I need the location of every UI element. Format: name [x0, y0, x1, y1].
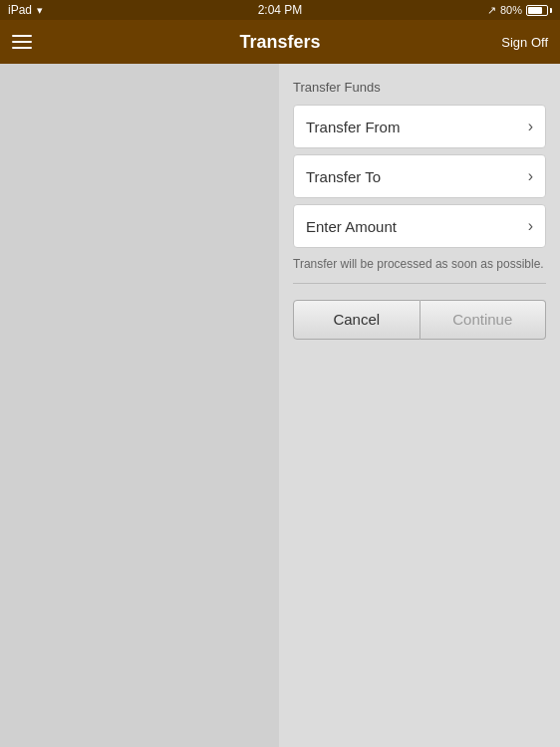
sidebar-panel: [0, 64, 279, 747]
enter-amount-field[interactable]: Enter Amount ›: [293, 204, 546, 248]
battery-percent: 80%: [500, 4, 522, 16]
transfer-from-label: Transfer From: [306, 119, 400, 135]
battery-cap: [550, 8, 552, 13]
right-panel: Transfer Funds Transfer From › Transfer …: [279, 64, 560, 747]
hamburger-menu-icon[interactable]: [12, 35, 32, 49]
button-row: Cancel Continue: [293, 300, 546, 340]
enter-amount-chevron-icon: ›: [528, 217, 533, 235]
nav-title: Transfers: [239, 32, 320, 53]
status-left: iPad ▾: [8, 3, 43, 17]
location-icon: ↗: [487, 4, 496, 17]
battery-body: [526, 5, 548, 16]
battery-indicator: [526, 5, 552, 16]
transfer-to-chevron-icon: ›: [528, 167, 533, 185]
continue-button[interactable]: Continue: [420, 300, 547, 340]
status-bar: iPad ▾ 2:04 PM ↗ 80%: [0, 0, 560, 20]
enter-amount-label: Enter Amount: [306, 218, 397, 235]
status-right: ↗ 80%: [487, 4, 552, 17]
battery-fill: [528, 7, 542, 14]
carrier-label: iPad: [8, 3, 32, 17]
nav-bar: Transfers Sign Off: [0, 20, 560, 64]
transfer-to-label: Transfer To: [306, 168, 381, 185]
transfer-from-chevron-icon: ›: [528, 118, 533, 135]
cancel-button[interactable]: Cancel: [293, 300, 420, 340]
transfer-from-field[interactable]: Transfer From ›: [293, 105, 546, 148]
sign-off-button[interactable]: Sign Off: [501, 35, 548, 50]
section-title: Transfer Funds: [293, 80, 546, 95]
main-content: Transfer Funds Transfer From › Transfer …: [0, 64, 560, 747]
divider: [293, 283, 546, 284]
info-text: Transfer will be processed as soon as po…: [293, 256, 546, 273]
status-time: 2:04 PM: [258, 3, 303, 17]
transfer-to-field[interactable]: Transfer To ›: [293, 154, 546, 198]
wifi-icon: ▾: [37, 4, 43, 17]
